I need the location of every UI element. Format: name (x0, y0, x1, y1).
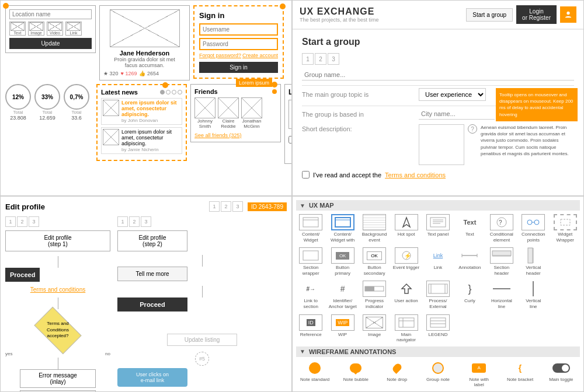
orange-dot-friends (272, 82, 277, 88)
group-name-input[interactable] (302, 69, 574, 80)
reference-icon: ID (299, 314, 322, 331)
map-item-connection: Connectionpoints (519, 214, 548, 243)
orange-dot-location (3, 3, 9, 9)
map-item-vertical-header: Verticalheader (519, 247, 548, 276)
map-item-link: Link Link (423, 247, 453, 276)
orange-dot-news (162, 82, 168, 88)
map-item-content-widget: Content/Widget with (328, 214, 357, 243)
map-item-identifier: # Identifier/Anchor target (328, 281, 357, 309)
friend-1[interactable]: Johnny Smith (194, 97, 215, 129)
text-icon-map: Text (458, 214, 481, 230)
note-bracket-icon: { (510, 360, 531, 376)
forgot-password-link[interactable]: Forgot password? (199, 52, 241, 58)
help-icon[interactable]: ? (468, 124, 477, 134)
proceed2-button[interactable]: Proceed (117, 298, 187, 312)
link-map-icon: Link (426, 247, 450, 264)
map-item-user-action: User action (391, 281, 420, 309)
news-text-2: Lorem ipsum dolor sit amet, consectetur … (121, 129, 180, 152)
map-item-annotation: Annotation (455, 247, 484, 276)
location-input[interactable] (9, 9, 92, 19)
profile-desc: Proin gravida dolor sit metfacus accumsa… (103, 57, 186, 68)
map-item-btn-secondary: OK Buttonsecondary (360, 247, 389, 276)
background-event-icon (363, 214, 386, 230)
svg-rect-15 (561, 219, 570, 225)
step5-badge: #5 (195, 352, 209, 366)
friends-widget: Lorem ipsum Friends Johnny Smith Claire … (190, 84, 281, 142)
text-icon[interactable]: Text (9, 22, 26, 36)
map-item-legend: LEGEND (423, 314, 453, 343)
orange-dot-signin (280, 4, 286, 9)
stat-1: 12% Total 23.808 (5, 84, 31, 121)
collapse-triangle[interactable]: ▼ (300, 202, 305, 209)
step-2: 2 (315, 53, 326, 65)
create-account-link[interactable]: Create account (242, 52, 278, 58)
see-all-friends[interactable]: See all friends (325) (194, 132, 242, 138)
flow-line-right-2 (202, 286, 203, 298)
yes-no-labels: yes no (5, 351, 110, 356)
signin-button[interactable]: Sign in (199, 62, 278, 73)
email-link-box: User clicks one-mail link (117, 368, 187, 387)
note-drop-icon (387, 360, 408, 376)
tell-me-more-button[interactable]: Tell me more (117, 267, 187, 281)
btn-secondary-icon: OK (363, 247, 386, 264)
group-name-row (302, 69, 574, 80)
lorem-ipsum-tag: Lorem ipsum (236, 79, 272, 86)
news-item-2[interactable]: Lorem ipsum dolor sit amet, consectetur … (101, 127, 182, 154)
news-item-1[interactable]: Lorem ipsum dolor sit amet, consectetur … (101, 98, 182, 125)
page-title: Start a group (302, 37, 574, 47)
location-widget: Text Image Video Link Update (5, 5, 96, 53)
username-input[interactable] (199, 23, 278, 36)
bl-title: Edit profile (5, 202, 45, 211)
map-item-vline: Verticalline (519, 281, 548, 309)
map-item-empty2 (551, 281, 580, 309)
lorem-text: Aenean euismod bibendum laoreet. Proin g… (481, 124, 574, 157)
media-icons: Text Image Video Link (9, 22, 92, 36)
friend-2[interactable]: Claire Reddie (218, 97, 239, 129)
terms-checkbox-ux[interactable] (302, 171, 310, 178)
map-item-widget-wrapper: WidgetWrapper (551, 214, 580, 243)
proceed-button[interactable]: Proceed (5, 268, 40, 282)
top-right-panel: UX EXCHANGE The best projects, at the be… (292, 0, 584, 196)
desc-label: Short description: (302, 125, 419, 132)
map-item-empty6 (551, 314, 580, 343)
update-button[interactable]: Update (9, 38, 92, 49)
terms-conditions-link[interactable]: Terms and conditions (5, 286, 110, 293)
map-item-text-panel: Text panel (423, 214, 453, 243)
map-item-section-header: Sectionheader (487, 247, 516, 276)
password-input[interactable] (199, 38, 278, 50)
top-left-panel: Text Image Video Link Update (0, 0, 292, 196)
wf-collapse-triangle[interactable]: ▼ (300, 348, 305, 355)
start-group-button[interactable]: Start a group (466, 8, 513, 22)
wf-note-drop: Note drop (378, 360, 416, 388)
svg-rect-28 (429, 284, 447, 293)
terms-and-conditions-link[interactable]: Terms and conditions (385, 172, 446, 178)
map-item-empty3 (455, 314, 484, 343)
image-icon[interactable]: Image (28, 22, 44, 36)
bottom-right-panel: ▼ UX MAP Content/Widget Content/Widget w… (292, 196, 584, 392)
svg-rect-16 (303, 251, 318, 260)
video-icon[interactable]: Video (47, 22, 63, 36)
map-item-hotspot: Hot spot (391, 214, 420, 243)
user-icon-button[interactable] (560, 6, 576, 23)
content-widget-with-icon (331, 214, 354, 230)
map-item-main-nav: Mainnavigator (391, 314, 420, 343)
city-input[interactable] (419, 108, 495, 120)
news-text-1: Lorem ipsum dolor sit amet, consectetur … (121, 100, 180, 123)
map-item-process: Process/External (423, 281, 453, 309)
main-navigator-icon (395, 314, 418, 331)
flow-left-col: Edit profile(step 1) Proceed Terms and c… (5, 230, 110, 392)
flow-line-2 (58, 298, 58, 309)
ux-logo-sub: The best projects, at the best time (300, 17, 379, 23)
link-icon[interactable]: Link (65, 22, 82, 36)
map-item-bg: Backgroundevent (360, 214, 389, 243)
terms-row: I've read and accept the Terms and condi… (302, 171, 574, 178)
stat-circle-1: 12% (5, 84, 31, 110)
desc-textarea[interactable] (419, 124, 464, 165)
edit-profile-box: Edit profile(step 1) (5, 230, 110, 251)
step5-area: #5 User clicks one-mail link (117, 352, 287, 387)
error-message-box: Error message(inlay) (20, 369, 96, 388)
friend-3[interactable]: Jonathan McGinn (241, 97, 262, 129)
login-button[interactable]: Loginor Register (516, 5, 557, 24)
topic-select[interactable]: User experience (419, 88, 486, 101)
diamond-shape: Terms andConditionsaccepted? (29, 312, 87, 349)
